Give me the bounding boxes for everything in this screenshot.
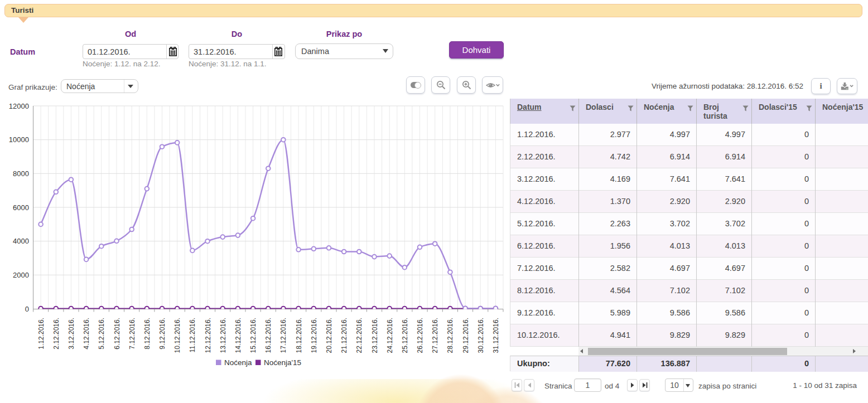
svg-text:Noćenja: Noćenja	[224, 358, 252, 367]
svg-text:17.12.2016.: 17.12.2016.	[279, 318, 287, 353]
svg-text:12000: 12000	[9, 102, 29, 110]
svg-text:8.12.2016.: 8.12.2016.	[143, 318, 151, 349]
svg-text:2000: 2000	[13, 271, 29, 279]
svg-text:16.12.2016.: 16.12.2016.	[264, 318, 272, 353]
svg-text:4000: 4000	[13, 237, 29, 245]
svg-text:19.12.2016.: 19.12.2016.	[310, 318, 318, 353]
svg-text:5.12.2016.: 5.12.2016.	[98, 318, 105, 349]
svg-text:2.12.2016.: 2.12.2016.	[52, 318, 60, 349]
svg-text:14.12.2016.: 14.12.2016.	[234, 318, 242, 353]
svg-text:10000: 10000	[9, 135, 29, 144]
svg-text:18.12.2016.: 18.12.2016.	[295, 318, 303, 353]
svg-text:8000: 8000	[13, 169, 29, 178]
svg-text:27.12.2016.: 27.12.2016.	[431, 318, 439, 353]
svg-text:11.12.2016.: 11.12.2016.	[189, 318, 196, 353]
svg-text:25.12.2016.: 25.12.2016.	[401, 318, 409, 353]
svg-text:12.12.2016.: 12.12.2016.	[204, 318, 212, 353]
svg-text:23.12.2016.: 23.12.2016.	[371, 318, 379, 353]
svg-text:31.12.2016.: 31.12.2016.	[492, 318, 500, 353]
svg-text:7.12.2016.: 7.12.2016.	[128, 318, 136, 349]
svg-text:15.12.2016.: 15.12.2016.	[249, 318, 257, 353]
svg-text:3.12.2016.: 3.12.2016.	[67, 318, 75, 349]
svg-text:24.12.2016.: 24.12.2016.	[386, 318, 394, 353]
svg-text:29.12.2016.: 29.12.2016.	[462, 318, 470, 353]
svg-text:Noćenja'15: Noćenja'15	[264, 358, 301, 367]
svg-text:0: 0	[25, 305, 29, 313]
svg-text:1.12.2016.: 1.12.2016.	[37, 318, 45, 349]
svg-text:4.12.2016.: 4.12.2016.	[83, 318, 90, 349]
svg-text:10.12.2016.: 10.12.2016.	[173, 318, 181, 353]
svg-text:6000: 6000	[13, 203, 29, 212]
svg-text:28.12.2016.: 28.12.2016.	[446, 318, 454, 353]
svg-text:20.12.2016.: 20.12.2016.	[325, 318, 333, 353]
svg-text:6.12.2016.: 6.12.2016.	[113, 318, 121, 349]
svg-text:26.12.2016.: 26.12.2016.	[416, 318, 424, 353]
svg-text:9.12.2016.: 9.12.2016.	[158, 318, 166, 349]
svg-text:30.12.2016.: 30.12.2016.	[477, 318, 485, 353]
svg-text:22.12.2016.: 22.12.2016.	[355, 318, 363, 353]
svg-text:21.12.2016.: 21.12.2016.	[340, 318, 348, 353]
svg-text:13.12.2016.: 13.12.2016.	[219, 318, 227, 353]
